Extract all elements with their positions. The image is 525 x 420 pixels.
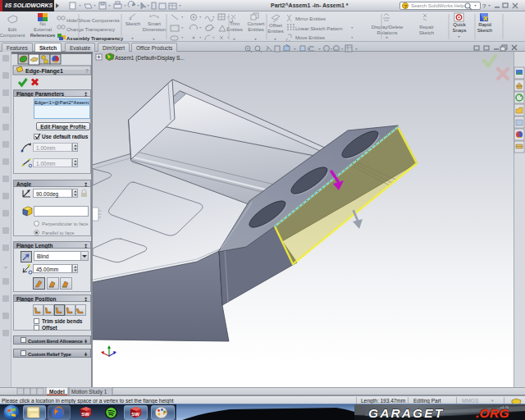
svg-text:Edit: Edit	[8, 27, 17, 32]
svg-text:Linear Sketch Pattern: Linear Sketch Pattern	[295, 26, 343, 31]
svg-text:Snaps: Snaps	[452, 28, 466, 33]
svg-text:Edge-Flange1: Edge-Flange1	[25, 68, 63, 75]
svg-text:Move Entities: Move Entities	[295, 35, 325, 40]
svg-text:SW: SW	[81, 412, 89, 417]
svg-text:Motion Study 1: Motion Study 1	[71, 389, 107, 395]
svg-text:?: ?	[85, 68, 89, 74]
svg-text:Component: Component	[0, 33, 25, 38]
svg-text:Repair: Repair	[419, 25, 434, 30]
svg-text:GARAGET: GARAGET	[368, 406, 444, 420]
svg-text:SW: SW	[131, 412, 139, 417]
svg-text:Mirror Entities: Mirror Entities	[295, 16, 326, 21]
svg-text:References: References	[30, 33, 56, 38]
svg-text:Model: Model	[49, 389, 65, 395]
svg-text:No: No	[39, 21, 46, 26]
svg-text:External: External	[34, 27, 52, 32]
svg-text:Rapid: Rapid	[478, 22, 491, 27]
svg-text:Sketch: Sketch	[419, 30, 434, 35]
svg-text:Quick: Quick	[453, 22, 466, 27]
svg-text:Dimension: Dimension	[143, 27, 166, 32]
svg-text:Convert: Convert	[247, 21, 264, 26]
svg-text:Hide/Show Components: Hide/Show Components	[66, 18, 120, 23]
svg-text:Change Transparency: Change Transparency	[66, 27, 115, 32]
svg-text:?: ?	[482, 2, 486, 10]
svg-text:Entities: Entities	[248, 27, 264, 32]
svg-text:?: ?	[404, 4, 408, 9]
svg-text:Display/Delete: Display/Delete	[372, 25, 404, 30]
svg-text:v1.75: v1.75	[500, 405, 509, 409]
svg-text:Assembly Transparency: Assembly Transparency	[66, 36, 124, 41]
svg-text:Sketch: Sketch	[126, 21, 140, 26]
svg-text:Relations: Relations	[377, 30, 397, 35]
svg-text:Entities: Entities	[267, 29, 284, 34]
svg-text:Assem1 (Default<Display S...: Assem1 (Default<Display S...	[115, 55, 185, 62]
svg-text:Smart: Smart	[148, 21, 161, 26]
svg-text:Sketch: Sketch	[477, 28, 492, 33]
svg-text:Offset: Offset	[269, 23, 282, 28]
